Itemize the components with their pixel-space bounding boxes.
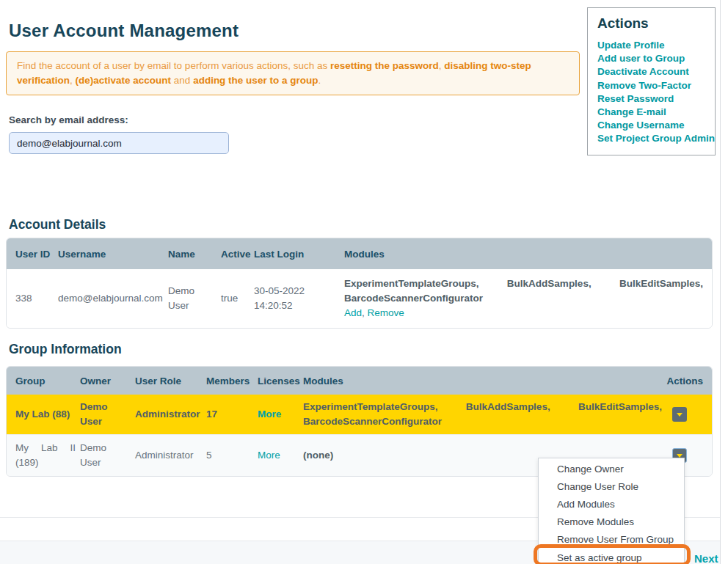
action-link-update-profile[interactable]: Update Profile [597,39,705,52]
cell-user-id: 338 [15,291,58,306]
licenses-more-link[interactable]: More [258,450,280,461]
menu-item-change-user-role[interactable]: Change User Role [539,477,684,495]
column-header-group: Group [15,376,80,387]
action-link-set-project-group-admin[interactable]: Set Project Group Admin [597,132,705,145]
chevron-down-icon [677,413,682,417]
action-link-reset-password[interactable]: Reset Password [597,92,705,106]
column-header-owner: Owner [80,376,135,387]
cell-members: 17 [206,407,258,422]
alert-bold-activate: (de)activate account [76,75,172,86]
account-details-table: User ID Username Name Active Last Login … [6,238,713,329]
column-header-actions: Actions [672,376,712,387]
chevron-down-icon [677,454,682,458]
column-header-group-modules: Modules [303,376,672,387]
cell-active: true [221,291,254,306]
row-actions-dropdown-button[interactable] [672,407,687,422]
column-header-active: Active [221,249,254,260]
cell-members: 5 [206,448,258,463]
column-header-last-login: Last Login [254,249,344,260]
info-alert: Find the account of a user by email to p… [6,51,580,95]
cell-owner: Demo User [80,441,135,470]
account-table-header-row: User ID Username Name Active Last Login … [7,238,712,269]
action-link-deactivate-account[interactable]: Deactivate Account [597,65,705,78]
next-page-link[interactable]: Next [694,552,718,564]
actions-panel-title: Actions [597,15,705,32]
cell-username: demo@elabjournal.com [58,291,168,306]
table-row-active-group: My Lab (88) Demo User Administrator 17 M… [7,395,712,434]
cell-last-login: 30-05-2022 14:20:52 [254,284,344,313]
add-modules-link[interactable]: Add [344,307,362,318]
modules-list: ExperimentTemplateGroups, BulkAddSamples… [344,276,703,306]
action-link-change-username[interactable]: Change Username [597,119,705,132]
group-information-title: Group Information [9,342,122,357]
column-header-user-id: User ID [15,249,58,260]
cell-user-role: Administrator [135,448,206,463]
menu-item-set-as-active-group[interactable]: Set as active group [539,549,684,564]
menu-item-remove-user-from-group[interactable]: Remove User From Group [539,531,684,549]
column-header-name: Name [168,249,221,260]
alert-text: Find the account of a user by email to p… [17,60,330,71]
cell-group-name: My Lab (88) [15,407,80,422]
alert-bold-reset-password: resetting the password [330,60,439,71]
cell-owner: Demo User [80,400,135,429]
actions-panel: Actions Update Profile Add user to Group… [587,7,716,155]
column-header-licenses: Licenses [258,376,303,387]
action-link-remove-two-factor[interactable]: Remove Two-Factor [597,79,705,92]
page-title: User Account Management [9,21,239,41]
table-row: 338 demo@elabjournal.com Demo User true … [7,269,712,328]
search-email-label: Search by email address: [9,114,128,125]
column-header-user-role: User Role [135,376,206,387]
column-header-modules: Modules [344,249,712,260]
menu-item-add-modules[interactable]: Add Modules [539,495,684,513]
cell-name: Demo User [168,284,221,313]
search-email-input[interactable] [9,132,229,154]
action-link-change-email[interactable]: Change E-mail [597,106,705,119]
alert-bold-add-group: adding the user to a group [193,75,318,86]
cell-modules: ExperimentTemplateGroups, BulkAddSamples… [344,276,712,321]
page-edge-divider [720,0,721,564]
cell-user-role: Administrator [135,407,206,422]
menu-item-remove-modules[interactable]: Remove Modules [539,513,684,531]
column-header-members: Members [206,376,258,387]
action-link-add-user-to-group[interactable]: Add user to Group [597,52,705,65]
group-table-header-row: Group Owner User Role Members Licenses M… [7,367,712,395]
column-header-username: Username [58,249,168,260]
remove-modules-link[interactable]: Remove [368,307,404,318]
cell-group-name: My Lab II (189) [15,441,80,470]
cell-group-modules: ExperimentTemplateGroups, BulkAddSamples… [303,400,672,429]
licenses-more-link[interactable]: More [258,409,281,420]
menu-item-change-owner[interactable]: Change Owner [539,460,684,477]
row-actions-context-menu: Change Owner Change User Role Add Module… [538,458,685,564]
account-details-title: Account Details [9,217,106,232]
